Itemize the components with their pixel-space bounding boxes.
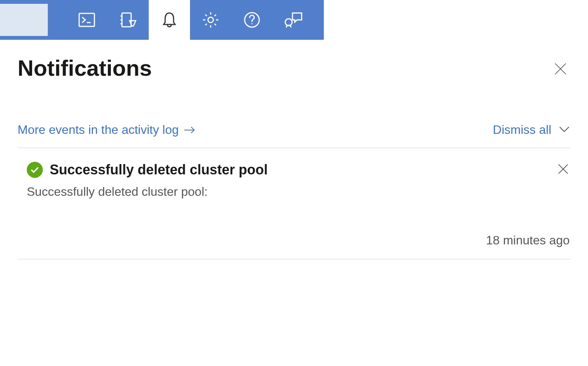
success-icon bbox=[27, 162, 43, 178]
panel-header: Notifications bbox=[18, 55, 570, 81]
close-panel-button[interactable] bbox=[551, 59, 570, 80]
notification-item: Successfully deleted cluster pool Succes… bbox=[18, 148, 570, 259]
svg-rect-2 bbox=[122, 13, 131, 27]
svg-point-6 bbox=[285, 19, 292, 26]
panel-title: Notifications bbox=[18, 55, 152, 81]
settings-icon[interactable] bbox=[190, 0, 231, 40]
notification-body: Successfully deleted cluster pool: bbox=[27, 185, 570, 199]
cloud-shell-icon[interactable] bbox=[66, 0, 107, 40]
svg-rect-0 bbox=[79, 13, 94, 26]
activity-log-link-text: More events in the activity log bbox=[18, 123, 179, 137]
help-icon[interactable] bbox=[231, 0, 273, 40]
expand-toggle[interactable] bbox=[558, 125, 570, 135]
feedback-icon[interactable] bbox=[273, 0, 314, 40]
topbar bbox=[0, 0, 324, 40]
notification-timestamp: 18 minutes ago bbox=[27, 233, 570, 247]
notifications-panel: Notifications More events in the activit… bbox=[0, 40, 588, 259]
svg-point-3 bbox=[208, 17, 213, 23]
close-icon bbox=[557, 163, 569, 175]
search-box[interactable] bbox=[0, 4, 48, 36]
chevron-down-icon bbox=[558, 125, 570, 133]
notification-header: Successfully deleted cluster pool bbox=[27, 162, 570, 178]
dismiss-group: Dismiss all bbox=[493, 123, 570, 137]
notification-title: Successfully deleted cluster pool bbox=[50, 162, 268, 178]
notifications-icon[interactable] bbox=[149, 0, 190, 40]
svg-point-5 bbox=[252, 23, 253, 24]
arrow-right-icon bbox=[184, 126, 196, 134]
close-icon bbox=[554, 62, 567, 76]
actions-row: More events in the activity log Dismiss … bbox=[18, 123, 570, 148]
activity-log-link[interactable]: More events in the activity log bbox=[18, 123, 196, 137]
filter-icon[interactable] bbox=[107, 0, 149, 40]
dismiss-notification-button[interactable] bbox=[556, 162, 570, 178]
dismiss-all-link[interactable]: Dismiss all bbox=[493, 123, 551, 137]
